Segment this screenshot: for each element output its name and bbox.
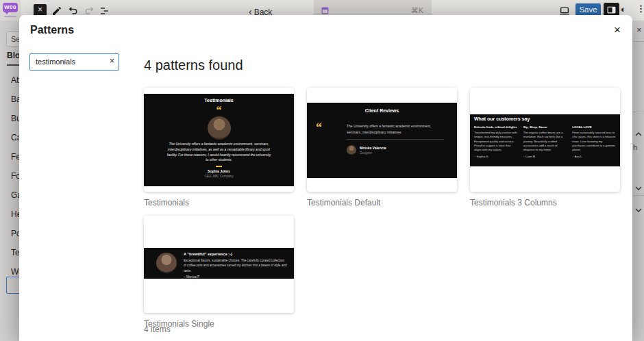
- command-shortcut-hint: ⌘K: [411, 6, 423, 15]
- pattern-name: Testimonials Default: [307, 198, 457, 207]
- testimonial-author: ~ Monica P.: [184, 275, 288, 279]
- site-logo[interactable]: W00: [0, 0, 21, 21]
- pattern-category-posts[interactable]: Posts: [11, 229, 19, 238]
- block-inserter-panel: Search Blocks About Banners Buttons Call…: [0, 21, 19, 341]
- pattern-preview: What our customers say Eclectic finds, e…: [470, 88, 620, 192]
- pattern-preview: A "brewtiful" experience :-) Exceptional…: [144, 216, 294, 313]
- pattern-category-testimonials[interactable]: Testimonials: [11, 248, 19, 257]
- testimonial-text: The University offers a fantastic academ…: [347, 123, 444, 135]
- pattern-category-banners[interactable]: Banners: [11, 94, 19, 104]
- testimonial-column: LOCAL LOVE From sustainably sourced teas…: [572, 125, 616, 158]
- pattern-preview: Testimonials “ The University offers a f…: [144, 88, 294, 192]
- pattern-category-about[interactable]: About: [11, 75, 19, 85]
- testimonial-role: Designer: [360, 151, 386, 155]
- column-author: ~ Ava L.: [572, 155, 616, 158]
- pattern-card-testimonials-default[interactable]: Client Reviews “ The University offers a…: [307, 88, 457, 207]
- divider: [632, 195, 644, 196]
- testimonial-column: Sip, Shop, Savor The organic coffee bean…: [523, 125, 567, 158]
- column-text: Transformed my daily routine with unique…: [474, 131, 518, 152]
- testimonial-role: CEO, ABC Company: [144, 175, 294, 178]
- chevron-down-icon[interactable]: [635, 181, 642, 185]
- explore-all-patterns-button[interactable]: [6, 277, 19, 294]
- pattern-category-headers[interactable]: Headers: [11, 210, 19, 219]
- inserter-search-input[interactable]: Search: [6, 31, 19, 47]
- site-logo-icon: W00: [3, 3, 18, 12]
- tab-blocks[interactable]: Blocks: [7, 51, 19, 66]
- quote-icon: “: [144, 107, 294, 114]
- avatar: [208, 116, 231, 140]
- testimonial-author: Sophia Johns: [144, 169, 294, 173]
- pattern-card-testimonials[interactable]: Testimonials “ The University offers a f…: [144, 88, 294, 207]
- chevron-up-icon[interactable]: [635, 127, 642, 131]
- pattern-category-featured[interactable]: Featured: [11, 152, 19, 162]
- preview-content: Client Reviews “ The University offers a…: [307, 103, 457, 178]
- pattern-name: Testimonials 3 Columns: [470, 198, 620, 207]
- pattern-preview: Client Reviews “ The University offers a…: [307, 88, 457, 192]
- testimonial-text: Exceptional flavors, sustainable choices…: [184, 258, 288, 273]
- options-menu-icon[interactable]: ⋮: [636, 3, 644, 14]
- modal-close-icon[interactable]: ×: [610, 22, 625, 38]
- preview-content: Testimonials “ The University offers a f…: [144, 94, 294, 186]
- patterns-search-input[interactable]: [30, 54, 104, 69]
- pattern-category-footers[interactable]: Footers: [11, 171, 19, 181]
- site-editor-screen: W00 × ‹Back Front Page ⌘K Save: [0, 0, 644, 341]
- site-logo-dash: [4, 16, 16, 17]
- preview-content: A "brewtiful" experience :-) Exceptional…: [144, 248, 294, 279]
- patterns-explorer-modal: Patterns × × 4 patterns found Testimonia…: [19, 15, 632, 341]
- results-heading: 4 patterns found: [144, 58, 243, 73]
- divider: [216, 166, 222, 167]
- pattern-category-call-to-action[interactable]: Call to Action: [11, 133, 19, 142]
- testimonial-text: The University offers a fantastic academ…: [167, 142, 271, 163]
- avatar: [156, 253, 177, 273]
- column-author: ~ Sophia K.: [474, 155, 518, 158]
- preview-heading: A "brewtiful" experience :-): [184, 252, 288, 256]
- site-logo-tail: [5, 12, 9, 14]
- column-text: The organic coffee beans are a revelatio…: [523, 131, 567, 152]
- preview-heading: What our customers say: [474, 116, 530, 121]
- settings-sidebar: × h: [632, 21, 644, 341]
- preview-heading: Testimonials: [144, 98, 294, 103]
- preview-heading: Client Reviews: [307, 108, 457, 113]
- sidebar-toggle-icon: [607, 6, 616, 14]
- pattern-name: Testimonials: [144, 198, 294, 207]
- column-text: From sustainably sourced teas to chic va…: [572, 131, 616, 152]
- avatar: [347, 145, 356, 155]
- settings-label-fragment: h: [633, 143, 637, 151]
- column-title: Eclectic finds, ethical delights: [474, 125, 518, 129]
- chevron-down-icon[interactable]: [635, 203, 642, 207]
- preview-content: What our customers say Eclectic finds, e…: [470, 114, 620, 166]
- pattern-category-gallery[interactable]: Gallery: [11, 190, 19, 200]
- clear-search-icon[interactable]: ×: [110, 56, 114, 66]
- pattern-card-testimonials-single[interactable]: A "brewtiful" experience :-) Exceptional…: [144, 216, 294, 329]
- divider: [632, 112, 644, 112]
- divider: [632, 41, 644, 42]
- modal-title: Patterns: [30, 24, 74, 36]
- column-author: ~ Liam M.: [523, 155, 567, 158]
- testimonial-author: Miriska Valencia: [360, 146, 386, 150]
- patterns-search-field: ×: [29, 53, 119, 71]
- settings-sidebar-toggle-button[interactable]: [604, 3, 619, 16]
- quote-icon: “: [316, 121, 322, 135]
- items-count: 4 items: [144, 325, 171, 334]
- pattern-card-testimonials-3-columns[interactable]: What our customers say Eclectic finds, e…: [470, 88, 620, 207]
- divider: [347, 139, 444, 140]
- pattern-category-woocommerce[interactable]: WooCommerce: [11, 267, 19, 277]
- column-title: Sip, Shop, Savor: [523, 125, 567, 129]
- column-title: LOCAL LOVE: [572, 125, 616, 129]
- pattern-category-buttons[interactable]: Buttons: [11, 114, 19, 123]
- styles-icon[interactable]: ◐: [621, 4, 626, 14]
- settings-close-icon[interactable]: ×: [636, 25, 642, 35]
- testimonial-column: Eclectic finds, ethical delights Transfo…: [474, 125, 518, 158]
